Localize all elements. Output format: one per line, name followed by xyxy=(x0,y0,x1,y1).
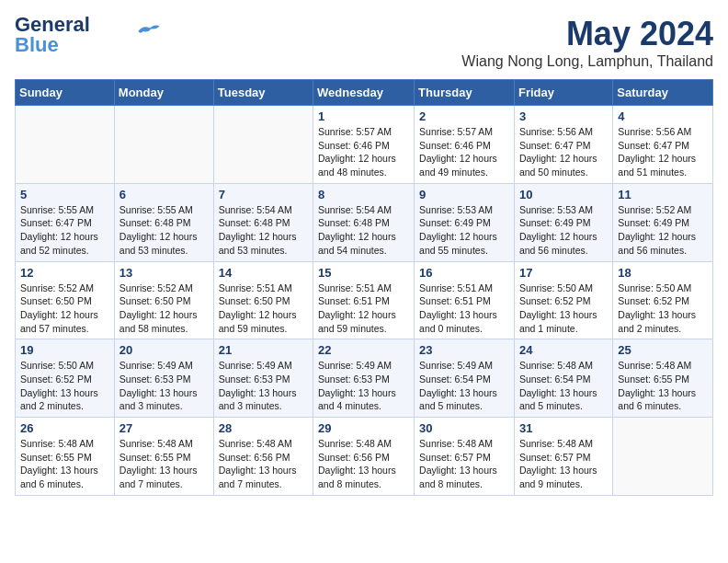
calendar-cell: 31Sunrise: 5:48 AM Sunset: 6:57 PM Dayli… xyxy=(514,418,612,496)
calendar-cell: 27Sunrise: 5:48 AM Sunset: 6:55 PM Dayli… xyxy=(114,418,213,496)
calendar-cell: 15Sunrise: 5:51 AM Sunset: 6:51 PM Dayli… xyxy=(313,261,415,339)
calendar-cell xyxy=(16,106,115,184)
calendar-cell xyxy=(114,106,213,184)
calendar-cell: 6Sunrise: 5:55 AM Sunset: 6:48 PM Daylig… xyxy=(114,183,213,261)
day-info: Sunrise: 5:54 AM Sunset: 6:48 PM Dayligh… xyxy=(318,203,409,258)
calendar-week-row: 26Sunrise: 5:48 AM Sunset: 6:55 PM Dayli… xyxy=(16,418,713,496)
calendar-cell: 7Sunrise: 5:54 AM Sunset: 6:48 PM Daylig… xyxy=(213,183,313,261)
day-info: Sunrise: 5:53 AM Sunset: 6:49 PM Dayligh… xyxy=(519,203,608,258)
day-number: 14 xyxy=(219,266,308,280)
calendar-cell xyxy=(613,418,713,496)
day-info: Sunrise: 5:48 AM Sunset: 6:56 PM Dayligh… xyxy=(318,437,409,491)
calendar-cell: 2Sunrise: 5:57 AM Sunset: 6:46 PM Daylig… xyxy=(415,106,515,184)
day-number: 18 xyxy=(618,266,708,280)
day-info: Sunrise: 5:49 AM Sunset: 6:53 PM Dayligh… xyxy=(219,359,308,413)
calendar-cell: 22Sunrise: 5:49 AM Sunset: 6:53 PM Dayli… xyxy=(313,339,415,418)
day-number: 26 xyxy=(20,421,109,435)
day-number: 8 xyxy=(318,188,409,201)
logo-bird-icon xyxy=(136,23,162,40)
calendar-cell: 13Sunrise: 5:52 AM Sunset: 6:50 PM Dayli… xyxy=(114,261,213,339)
day-info: Sunrise: 5:55 AM Sunset: 6:47 PM Dayligh… xyxy=(20,203,109,258)
weekday-header-tuesday: Tuesday xyxy=(213,80,313,106)
day-number: 17 xyxy=(519,266,608,280)
page-header: GeneralBlue May 2024 Wiang Nong Long, La… xyxy=(15,15,713,70)
weekday-header-thursday: Thursday xyxy=(415,80,515,106)
day-number: 29 xyxy=(318,421,409,435)
calendar-cell: 17Sunrise: 5:50 AM Sunset: 6:52 PM Dayli… xyxy=(514,261,612,339)
calendar-cell: 23Sunrise: 5:49 AM Sunset: 6:54 PM Dayli… xyxy=(415,339,515,418)
calendar-cell: 30Sunrise: 5:48 AM Sunset: 6:57 PM Dayli… xyxy=(415,418,515,496)
weekday-header-friday: Friday xyxy=(514,80,612,106)
calendar-week-row: 1Sunrise: 5:57 AM Sunset: 6:46 PM Daylig… xyxy=(16,106,713,184)
location: Wiang Nong Long, Lamphun, Thailand xyxy=(461,53,713,70)
day-info: Sunrise: 5:56 AM Sunset: 6:47 PM Dayligh… xyxy=(618,125,708,179)
day-info: Sunrise: 5:54 AM Sunset: 6:48 PM Dayligh… xyxy=(219,203,308,258)
day-number: 4 xyxy=(618,109,708,123)
day-number: 16 xyxy=(419,266,509,280)
calendar-cell: 28Sunrise: 5:48 AM Sunset: 6:56 PM Dayli… xyxy=(213,418,313,496)
day-number: 19 xyxy=(20,343,109,357)
day-number: 23 xyxy=(419,343,509,357)
day-number: 6 xyxy=(119,188,209,201)
weekday-header-monday: Monday xyxy=(114,80,213,106)
calendar-cell: 1Sunrise: 5:57 AM Sunset: 6:46 PM Daylig… xyxy=(313,106,415,184)
day-number: 15 xyxy=(318,266,409,280)
day-info: Sunrise: 5:53 AM Sunset: 6:49 PM Dayligh… xyxy=(419,203,509,258)
day-number: 2 xyxy=(419,109,509,123)
calendar-cell: 10Sunrise: 5:53 AM Sunset: 6:49 PM Dayli… xyxy=(514,183,612,261)
weekday-header-sunday: Sunday xyxy=(16,80,115,106)
calendar-header: SundayMondayTuesdayWednesdayThursdayFrid… xyxy=(16,80,713,106)
calendar-cell: 25Sunrise: 5:48 AM Sunset: 6:55 PM Dayli… xyxy=(613,339,713,418)
calendar-cell: 18Sunrise: 5:50 AM Sunset: 6:52 PM Dayli… xyxy=(613,261,713,339)
day-info: Sunrise: 5:57 AM Sunset: 6:46 PM Dayligh… xyxy=(318,125,409,179)
calendar-cell: 4Sunrise: 5:56 AM Sunset: 6:47 PM Daylig… xyxy=(613,106,713,184)
day-number: 7 xyxy=(219,188,308,201)
day-info: Sunrise: 5:56 AM Sunset: 6:47 PM Dayligh… xyxy=(519,125,608,179)
day-info: Sunrise: 5:52 AM Sunset: 6:50 PM Dayligh… xyxy=(119,282,209,336)
calendar-cell: 8Sunrise: 5:54 AM Sunset: 6:48 PM Daylig… xyxy=(313,183,415,261)
calendar-cell: 9Sunrise: 5:53 AM Sunset: 6:49 PM Daylig… xyxy=(415,183,515,261)
calendar-week-row: 12Sunrise: 5:52 AM Sunset: 6:50 PM Dayli… xyxy=(16,261,713,339)
calendar-cell: 3Sunrise: 5:56 AM Sunset: 6:47 PM Daylig… xyxy=(514,106,612,184)
day-number: 9 xyxy=(419,188,509,201)
day-info: Sunrise: 5:49 AM Sunset: 6:54 PM Dayligh… xyxy=(419,359,509,413)
calendar-cell: 29Sunrise: 5:48 AM Sunset: 6:56 PM Dayli… xyxy=(313,418,415,496)
day-info: Sunrise: 5:49 AM Sunset: 6:53 PM Dayligh… xyxy=(318,359,409,413)
day-info: Sunrise: 5:52 AM Sunset: 6:50 PM Dayligh… xyxy=(20,282,109,336)
day-number: 28 xyxy=(219,421,308,435)
calendar-cell: 24Sunrise: 5:48 AM Sunset: 6:54 PM Dayli… xyxy=(514,339,612,418)
month-title: May 2024 xyxy=(461,15,713,53)
day-number: 10 xyxy=(519,188,608,201)
day-info: Sunrise: 5:48 AM Sunset: 6:55 PM Dayligh… xyxy=(20,437,109,491)
calendar-cell: 21Sunrise: 5:49 AM Sunset: 6:53 PM Dayli… xyxy=(213,339,313,418)
day-info: Sunrise: 5:48 AM Sunset: 6:54 PM Dayligh… xyxy=(519,359,608,413)
day-info: Sunrise: 5:55 AM Sunset: 6:48 PM Dayligh… xyxy=(119,203,209,258)
day-info: Sunrise: 5:50 AM Sunset: 6:52 PM Dayligh… xyxy=(618,282,708,336)
day-number: 22 xyxy=(318,343,409,357)
day-number: 27 xyxy=(119,421,209,435)
day-info: Sunrise: 5:48 AM Sunset: 6:55 PM Dayligh… xyxy=(618,359,708,413)
day-info: Sunrise: 5:51 AM Sunset: 6:51 PM Dayligh… xyxy=(419,282,509,336)
day-info: Sunrise: 5:51 AM Sunset: 6:51 PM Dayligh… xyxy=(318,282,409,336)
weekday-header-saturday: Saturday xyxy=(613,80,713,106)
day-number: 30 xyxy=(419,421,509,435)
day-info: Sunrise: 5:48 AM Sunset: 6:56 PM Dayligh… xyxy=(219,437,308,491)
day-info: Sunrise: 5:48 AM Sunset: 6:57 PM Dayligh… xyxy=(419,437,509,491)
calendar-cell: 19Sunrise: 5:50 AM Sunset: 6:52 PM Dayli… xyxy=(16,339,115,418)
calendar-week-row: 5Sunrise: 5:55 AM Sunset: 6:47 PM Daylig… xyxy=(16,183,713,261)
day-info: Sunrise: 5:48 AM Sunset: 6:55 PM Dayligh… xyxy=(119,437,209,491)
day-number: 11 xyxy=(618,188,708,201)
weekday-header-row: SundayMondayTuesdayWednesdayThursdayFrid… xyxy=(16,80,713,106)
calendar-cell: 12Sunrise: 5:52 AM Sunset: 6:50 PM Dayli… xyxy=(16,261,115,339)
calendar-cell: 26Sunrise: 5:48 AM Sunset: 6:55 PM Dayli… xyxy=(16,418,115,496)
day-number: 21 xyxy=(219,343,308,357)
day-number: 1 xyxy=(318,109,409,123)
weekday-header-wednesday: Wednesday xyxy=(313,80,415,106)
day-number: 24 xyxy=(519,343,608,357)
calendar-cell: 5Sunrise: 5:55 AM Sunset: 6:47 PM Daylig… xyxy=(16,183,115,261)
calendar-cell: 20Sunrise: 5:49 AM Sunset: 6:53 PM Dayli… xyxy=(114,339,213,418)
day-info: Sunrise: 5:49 AM Sunset: 6:53 PM Dayligh… xyxy=(119,359,209,413)
day-number: 20 xyxy=(119,343,209,357)
day-info: Sunrise: 5:48 AM Sunset: 6:57 PM Dayligh… xyxy=(519,437,608,491)
calendar-cell: 16Sunrise: 5:51 AM Sunset: 6:51 PM Dayli… xyxy=(415,261,515,339)
